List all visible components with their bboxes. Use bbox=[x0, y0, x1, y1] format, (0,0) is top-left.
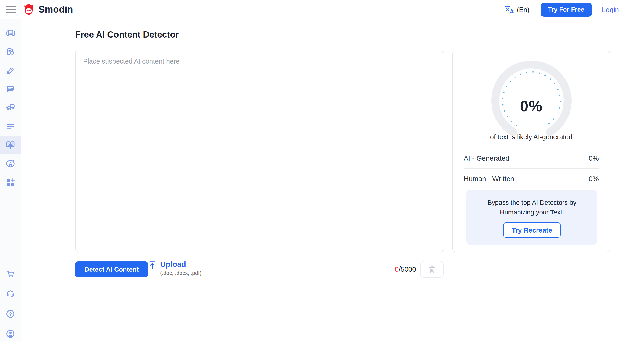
document-search-icon bbox=[5, 47, 16, 57]
detect-ai-content-button[interactable]: Detect AI Content bbox=[75, 262, 148, 277]
sidebar-item-cart[interactable] bbox=[5, 268, 16, 281]
sidebar-item-help[interactable]: ? bbox=[5, 308, 16, 320]
translate-icon: A bbox=[505, 5, 516, 14]
result-label: AI - Generated bbox=[464, 154, 510, 162]
gauge-value: 0% bbox=[482, 98, 580, 115]
language-label: (En) bbox=[517, 6, 530, 13]
smodin-mascot-icon bbox=[22, 3, 35, 16]
svg-text:A: A bbox=[510, 8, 514, 14]
ai-detector-documents-icon bbox=[5, 140, 16, 150]
sidebar-item-plagiarism[interactable] bbox=[0, 43, 21, 61]
language-selector[interactable]: A (En) bbox=[505, 5, 530, 14]
header: Smodin A (En) Try For Free Login bbox=[0, 0, 644, 20]
upload-label: Upload bbox=[160, 260, 202, 269]
sidebar-item-ai-detector[interactable] bbox=[0, 136, 21, 154]
sidebar-item-account[interactable] bbox=[5, 328, 16, 340]
brand-logo[interactable]: Smodin bbox=[22, 3, 73, 16]
content-input[interactable] bbox=[76, 51, 444, 252]
login-link[interactable]: Login bbox=[602, 6, 619, 14]
menu-button[interactable] bbox=[6, 6, 16, 13]
apps-plus-icon bbox=[5, 177, 16, 187]
gauge-caption: of text is likely AI-generated bbox=[452, 133, 610, 141]
chat-bubble-icon bbox=[5, 84, 16, 94]
try-recreate-button[interactable]: Try Recreate bbox=[503, 222, 560, 238]
sidebar-divider bbox=[5, 258, 16, 258]
grade-a-icon: A bbox=[5, 158, 16, 168]
result-value: 0% bbox=[589, 174, 599, 182]
divider bbox=[75, 288, 451, 288]
editor-panel bbox=[75, 50, 444, 252]
brand-name: Smodin bbox=[38, 4, 73, 15]
sidebar-item-grader[interactable]: A bbox=[0, 154, 21, 173]
char-limit: /5000 bbox=[399, 265, 416, 273]
upload-arrow-icon bbox=[148, 261, 156, 270]
headset-icon bbox=[5, 288, 16, 299]
sidebar-item-summarizer[interactable] bbox=[0, 117, 21, 136]
app-window: Smodin A (En) Try For Free Login bbox=[0, 0, 644, 341]
text-lines-icon bbox=[5, 121, 16, 132]
result-row-ai-generated: AI - Generated 0% bbox=[464, 148, 599, 168]
svg-text:?: ? bbox=[9, 311, 12, 316]
sidebar-item-chat[interactable] bbox=[0, 80, 21, 98]
account-icon bbox=[5, 328, 16, 339]
ai-score-gauge: 0% bbox=[482, 57, 580, 141]
result-label: Human - Written bbox=[464, 174, 514, 182]
sidebar-item-homework[interactable] bbox=[0, 98, 21, 117]
result-row-human-written: Human - Written 0% bbox=[464, 168, 599, 188]
upload-file-control[interactable]: Upload (.doc, .docx, .pdf) bbox=[148, 260, 202, 276]
marker-pen-icon bbox=[5, 66, 16, 76]
sidebar: A bbox=[0, 20, 21, 341]
sidebar-item-recreate[interactable] bbox=[0, 24, 21, 43]
sidebar-item-support[interactable] bbox=[5, 288, 16, 300]
char-count: 0 bbox=[395, 265, 399, 273]
clear-text-button[interactable] bbox=[420, 261, 444, 278]
sidebar-item-writer[interactable] bbox=[0, 61, 21, 80]
page-title: Free AI Content Detector bbox=[75, 30, 179, 40]
promo-text: Bypass the top AI Detectors by Humanizin… bbox=[475, 198, 588, 217]
document-refresh-icon bbox=[5, 28, 16, 38]
humanize-promo-box: Bypass the top AI Detectors by Humanizin… bbox=[466, 190, 597, 245]
trash-icon bbox=[428, 265, 436, 274]
char-counter: 0/5000 bbox=[395, 265, 416, 273]
cart-icon bbox=[5, 268, 16, 279]
sidebar-item-more-tools[interactable] bbox=[0, 173, 21, 191]
help-icon: ? bbox=[5, 308, 16, 319]
result-value: 0% bbox=[589, 154, 599, 162]
try-for-free-button[interactable]: Try For Free bbox=[541, 2, 592, 16]
svg-text:A: A bbox=[8, 161, 12, 166]
upload-formats: (.doc, .docx, .pdf) bbox=[160, 270, 202, 276]
graduation-chat-icon bbox=[5, 102, 16, 113]
results-panel: 0% of text is likely AI-generated AI - G… bbox=[452, 50, 610, 252]
